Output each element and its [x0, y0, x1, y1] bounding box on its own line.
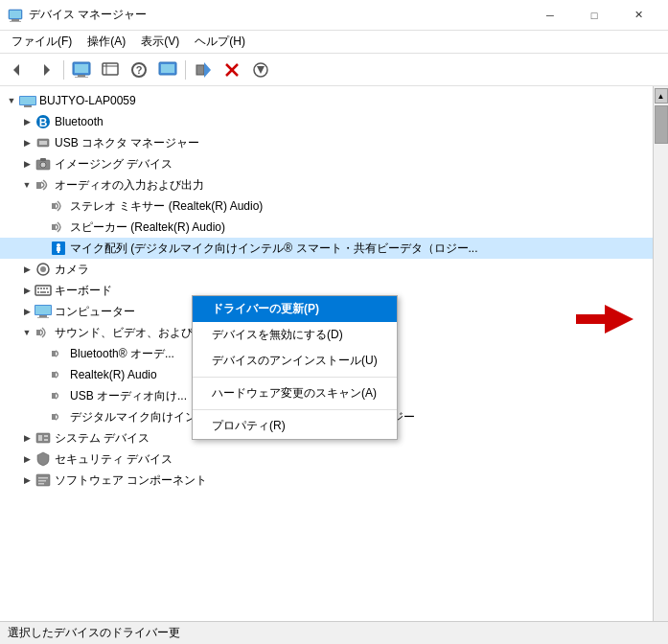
root-label: BUJTYO-LAP0059 [39, 94, 136, 107]
audio-io-icon [35, 176, 52, 194]
computer-icon [35, 303, 52, 320]
tree-item-speaker[interactable]: スピーカー (Realtek(R) Audio) [0, 217, 653, 238]
tree-item-bluetooth[interactable]: ▶ B Bluetooth [0, 111, 653, 132]
toolbar-btn-x[interactable] [219, 57, 245, 83]
svg-rect-67 [38, 483, 44, 485]
svg-marker-4 [13, 64, 19, 76]
svg-rect-34 [52, 203, 56, 209]
tree-item-camera[interactable]: ▶ カメラ [0, 259, 653, 280]
ctx-properties[interactable]: プロパティ(R) [193, 413, 397, 439]
speaker-label: スピーカー (Realtek(R) Audio) [70, 219, 225, 236]
stereo-icon [50, 197, 67, 215]
back-button[interactable] [4, 57, 31, 83]
menu-view[interactable]: 表示(V) [133, 32, 187, 52]
window-controls: ─ □ ✕ [528, 0, 660, 31]
svg-rect-24 [20, 97, 35, 104]
expand-bluetooth[interactable]: ▶ [19, 114, 35, 129]
expand-root[interactable]: ▼ [4, 93, 19, 108]
svg-rect-29 [39, 141, 47, 145]
maximize-button[interactable]: □ [572, 0, 616, 31]
speaker-icon [50, 218, 67, 236]
toolbar-btn-4[interactable] [154, 57, 181, 83]
ctx-sep-1 [193, 377, 397, 378]
sound-video-icon [35, 324, 52, 341]
svg-rect-47 [46, 288, 48, 289]
sound-video-label: サウンド、ビデオ、および... [55, 325, 202, 341]
expand-audio-io[interactable]: ▼ [19, 177, 35, 193]
bt-audio-label: Bluetooth® オーデ... [70, 346, 174, 362]
expand-computer[interactable]: ▶ [19, 304, 35, 319]
scrollbar[interactable]: ▲ [653, 86, 668, 621]
tree-item-imaging[interactable]: ▶ イメージング デバイス [0, 153, 653, 174]
scroll-up-btn[interactable]: ▲ [655, 88, 668, 104]
svg-rect-61 [38, 435, 42, 441]
svg-marker-68 [576, 305, 633, 334]
svg-rect-39 [57, 247, 60, 251]
expand-sound-video[interactable]: ▼ [19, 325, 35, 340]
svg-marker-22 [257, 66, 265, 74]
toolbar-btn-5[interactable] [190, 57, 217, 83]
tree-item-stereo[interactable]: ステレオ ミキサー (Realtek(R) Audio) [0, 196, 653, 217]
tree-item-software-comp[interactable]: ▶ ソフトウェア コンポーネント [0, 470, 653, 491]
tree-item-audio-io[interactable]: ▼ オーディオの入力および出力 [0, 174, 653, 196]
red-arrow [576, 305, 633, 336]
expand-software-comp[interactable]: ▶ [19, 472, 35, 488]
expand-usb[interactable]: ▶ [19, 135, 35, 150]
menu-action[interactable]: 操作(A) [80, 32, 133, 52]
svg-rect-10 [103, 63, 118, 75]
svg-rect-32 [40, 158, 46, 161]
toolbar: ? [0, 54, 668, 86]
toolbar-btn-1[interactable] [68, 57, 95, 83]
context-menu: ドライバーの更新(P) デバイスを無効にする(D) デバイスのアンインストール(… [192, 295, 398, 440]
svg-rect-43 [35, 286, 51, 295]
svg-marker-18 [204, 62, 211, 78]
status-text: 選択したデバイスのドライバー更 [8, 625, 180, 641]
expand-camera[interactable]: ▶ [19, 262, 35, 277]
tree-item-security-dev[interactable]: ▶ セキュリティ デバイス [0, 448, 653, 470]
svg-point-42 [40, 266, 46, 272]
close-button[interactable]: ✕ [616, 0, 660, 31]
expand-system-dev[interactable]: ▶ [19, 430, 35, 446]
toolbar-btn-3[interactable]: ? [126, 57, 152, 83]
expand-keyboard[interactable]: ▶ [19, 283, 35, 298]
usb-audio-label: USB オーディオ向け... [70, 388, 187, 404]
toolbar-btn-down[interactable] [247, 57, 274, 83]
bluetooth-label: Bluetooth [55, 115, 104, 128]
root-icon [19, 92, 36, 109]
scroll-thumb[interactable] [655, 105, 668, 144]
security-dev-icon [35, 450, 52, 468]
keyboard-icon [35, 282, 52, 299]
tree-item-usb[interactable]: ▶ USB コネクタ マネージャー [0, 132, 653, 153]
tree-item-mic[interactable]: マイク配列 (デジタルマイク向けインテル® スマート・共有ビーデタ（ロジー... [0, 238, 653, 259]
ctx-sep-2 [193, 409, 397, 410]
svg-rect-9 [75, 77, 88, 78]
ctx-scan-hardware[interactable]: ハードウェア変更のスキャン(A) [193, 380, 397, 406]
menu-help[interactable]: ヘルプ(H) [187, 32, 253, 52]
bt-audio-icon [50, 345, 67, 362]
svg-rect-1 [12, 19, 19, 21]
svg-rect-7 [75, 64, 88, 73]
svg-rect-33 [36, 182, 41, 189]
expand-security-dev[interactable]: ▶ [19, 451, 35, 467]
svg-rect-57 [52, 372, 56, 378]
svg-rect-17 [196, 65, 204, 75]
toolbar-sep-2 [185, 60, 186, 80]
menu-file[interactable]: ファイル(F) [4, 32, 80, 52]
minimize-button[interactable]: ─ [528, 0, 572, 31]
imaging-label: イメージング デバイス [55, 156, 173, 172]
system-dev-label: システム デバイス [55, 430, 150, 447]
forward-button[interactable] [33, 57, 59, 83]
tree-item-root[interactable]: ▼ BUJTYO-LAP0059 [0, 90, 653, 111]
svg-rect-65 [38, 477, 48, 479]
device-tree[interactable]: ▼ BUJTYO-LAP0059 ▶ B Bluetooth [0, 86, 653, 621]
app-icon [8, 8, 23, 23]
ctx-update-driver[interactable]: ドライバーの更新(P) [193, 296, 397, 322]
window-title: デバイス マネージャー [29, 7, 528, 23]
usb-audio-icon [50, 387, 67, 404]
toolbar-btn-2[interactable] [97, 57, 124, 83]
ctx-uninstall-device[interactable]: デバイスのアンインストール(U) [193, 348, 397, 374]
ctx-disable-device[interactable]: デバイスを無効にする(D) [193, 322, 397, 348]
svg-rect-66 [38, 480, 46, 482]
expand-imaging[interactable]: ▶ [19, 156, 35, 172]
keyboard-label: キーボード [55, 283, 112, 299]
